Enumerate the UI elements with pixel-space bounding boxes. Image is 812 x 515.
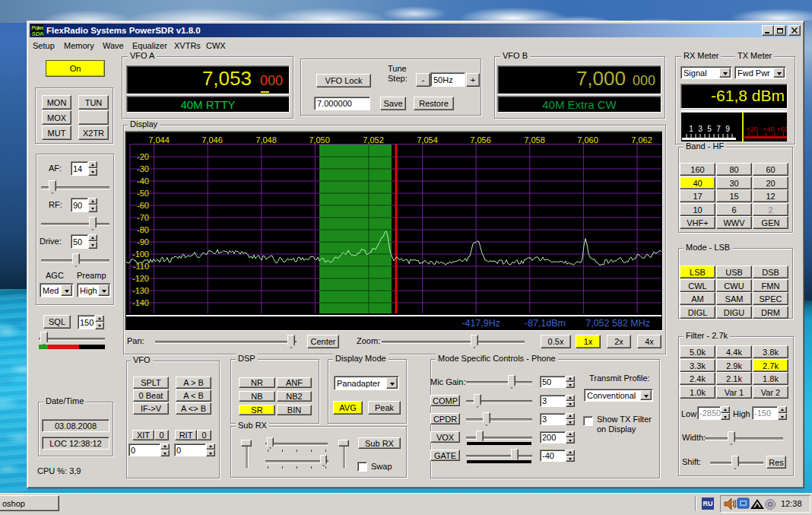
svg-text:+20: +20: [746, 126, 757, 133]
svg-text:5: 5: [707, 125, 712, 133]
svg-text:1: 1: [689, 125, 693, 133]
svg-text:9: 9: [725, 125, 730, 133]
svg-text:-140: -140: [132, 298, 149, 307]
svg-text:7,044: 7,044: [148, 135, 170, 145]
svg-text:7,056: 7,056: [470, 135, 491, 145]
svg-text:-50: -50: [137, 189, 149, 198]
svg-text:-100: -100: [132, 250, 149, 259]
svg-text:-110: -110: [133, 262, 149, 271]
svg-text:7,062: 7,062: [631, 135, 652, 145]
svg-text:+40: +40: [763, 126, 774, 133]
svg-text:-120: -120: [132, 274, 149, 283]
svg-text:-87,1dBm: -87,1dBm: [525, 318, 566, 329]
svg-text:7,054: 7,054: [417, 135, 438, 145]
svg-text:-20: -20: [137, 152, 149, 161]
svg-text:-80: -80: [137, 225, 149, 234]
svg-text:7,046: 7,046: [201, 135, 223, 145]
svg-text:-60: -60: [137, 201, 149, 210]
svg-text:-130: -130: [132, 286, 149, 295]
svg-text:-90: -90: [137, 237, 149, 246]
svg-text:+60: +60: [776, 126, 787, 133]
svg-text:-40: -40: [137, 176, 149, 186]
svg-text:7,050: 7,050: [309, 135, 330, 145]
svg-text:7,052: 7,052: [363, 135, 384, 145]
svg-text:-30: -30: [137, 164, 149, 173]
svg-text:SDR: SDR: [32, 30, 44, 37]
svg-text:7: 7: [716, 125, 721, 133]
svg-text:7,060: 7,060: [577, 135, 598, 145]
svg-text:7,052 582 MHz: 7,052 582 MHz: [585, 318, 650, 329]
svg-text:-70: -70: [137, 213, 149, 222]
svg-text:7,058: 7,058: [524, 135, 545, 145]
svg-text:-417,9Hz: -417,9Hz: [462, 318, 500, 329]
svg-text:7,048: 7,048: [255, 135, 277, 145]
svg-text:3: 3: [698, 125, 703, 133]
